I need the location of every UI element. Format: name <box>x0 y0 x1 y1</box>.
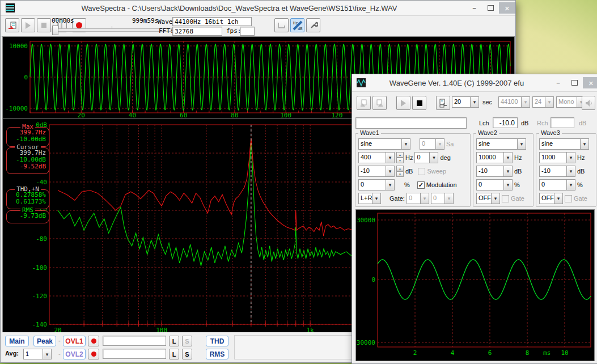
rms-toggle-button[interactable]: RMS <box>206 349 228 359</box>
ovl1-name-field[interactable] <box>103 336 166 346</box>
wave3-level-select[interactable]: -10 <box>539 166 575 177</box>
play-button[interactable] <box>396 96 410 110</box>
peak-toggle-button[interactable]: Peak <box>33 336 56 346</box>
db-text: dB <box>298 27 302 31</box>
wave3-output-select[interactable]: OFF <box>539 193 563 204</box>
comment-field[interactable] <box>355 117 467 129</box>
wave2-output-select[interactable]: OFF <box>476 193 500 204</box>
ovl1-toggle-button[interactable]: OVL1 <box>63 336 86 346</box>
wavespectra-titlebar[interactable]: WaveSpectra - C:\Users\Jack\Downloads\Do… <box>1 1 515 16</box>
wave1-sweep-checkbox[interactable] <box>418 168 425 175</box>
wave1-output-select[interactable]: L+R <box>358 193 381 204</box>
close-button[interactable] <box>499 2 515 14</box>
ovl1-save-button[interactable]: S <box>182 336 192 346</box>
channels-value: Mono <box>556 96 577 108</box>
wave1-frequency-stepper[interactable] <box>396 152 404 163</box>
wave3-group-title: Wave3 <box>539 129 562 136</box>
wavegene-monitor-panel: 300000-300002468ms10 <box>355 209 595 361</box>
wave3-duty-select[interactable]: 0 <box>539 179 575 191</box>
open-settings-button[interactable] <box>357 96 371 110</box>
close-button[interactable] <box>583 77 597 88</box>
save-settings-button[interactable] <box>372 96 387 110</box>
open-file-button[interactable] <box>5 18 19 32</box>
svg-text:0: 0 <box>371 276 375 283</box>
ovl1-record-button[interactable] <box>88 336 99 346</box>
wave3-frequency-select[interactable]: 1000 <box>539 152 575 163</box>
sound-device-button[interactable] <box>582 96 595 110</box>
wave3-shape-select[interactable]: sine <box>539 138 589 150</box>
wave1-level-stepper[interactable] <box>396 166 404 177</box>
minimize-button[interactable] <box>550 77 566 88</box>
ovl2-record-icon <box>91 352 96 357</box>
wave3-hz-label: Hz <box>577 154 585 161</box>
wave1-db-label: dB <box>405 168 413 175</box>
wave2-hz-label: Hz <box>514 154 522 161</box>
svg-text:10: 10 <box>561 349 568 357</box>
wave1-duty-select[interactable]: 0 <box>358 179 395 191</box>
wave1-phase-select[interactable]: 0 <box>414 152 438 163</box>
samplerate-select[interactable]: 44100 <box>498 96 530 108</box>
wave1-harmonic-select[interactable]: 0 <box>420 138 444 150</box>
wave1-gate2-select[interactable]: 0 <box>431 193 454 204</box>
wave2-duty-select[interactable]: 0 <box>476 179 513 191</box>
dash-2: - <box>58 350 61 357</box>
open-file-icon <box>359 99 369 108</box>
wave2-gate-checkbox[interactable] <box>502 195 509 202</box>
file-export-icon <box>438 99 448 108</box>
svg-text:0: 0 <box>24 74 28 81</box>
svg-text:-100: -100 <box>32 264 48 272</box>
bit-depth-select[interactable]: 24 <box>532 96 554 108</box>
main-toggle-button[interactable]: Main <box>5 336 29 346</box>
hz-db-ruler-icon: Hz dB <box>292 20 303 31</box>
thd-toggle-button[interactable]: THD <box>206 336 228 346</box>
write-wav-button[interactable] <box>436 96 450 110</box>
window-title: WaveGene Ver. 1.40E (C) 1999-2007 efu <box>366 79 548 87</box>
monitor-output-button[interactable] <box>274 18 289 32</box>
wave1-gate-label: Gate: <box>389 195 405 202</box>
position-slider[interactable] <box>52 28 172 32</box>
wave2-level-select[interactable]: -10 <box>476 166 513 177</box>
wavegene-monitor-chart: 300000-300002468ms10 <box>356 210 594 361</box>
fps-field <box>240 27 255 36</box>
ovl1-load-button[interactable]: L <box>169 336 179 346</box>
wave3-gate-checkbox[interactable] <box>565 195 572 202</box>
minimize-button[interactable] <box>466 2 482 14</box>
duration-select[interactable]: 20 <box>452 96 479 108</box>
wavespectra-toolbar: 00m00s 999m59s Wave: 44100Hz 16bit 1ch F… <box>1 16 515 37</box>
play-button[interactable] <box>21 18 35 32</box>
wave2-frequency-select[interactable]: 10000 <box>476 152 513 163</box>
ovl2-save-button[interactable]: S <box>182 349 192 359</box>
cursor-readout: Cursor 399.7Hz -10.00dB -9.52dB <box>6 147 49 174</box>
avg-select[interactable]: 1 <box>23 349 52 359</box>
hz-db-scale-button[interactable]: Hz dB <box>290 18 304 32</box>
wave1-group: Wave1 sine 0 Sa 400 Hz 0 deg -10 dB Swee… <box>355 133 471 207</box>
maximize-button[interactable] <box>482 2 499 14</box>
ovl2-toggle-button[interactable]: OVL2 <box>63 349 86 359</box>
ovl2-name-field[interactable] <box>103 349 166 359</box>
stop-button[interactable] <box>37 18 51 32</box>
hz-text: Hz <box>293 21 298 26</box>
save-file-icon <box>375 99 384 108</box>
ovl2-load-button[interactable]: L <box>169 349 179 359</box>
wavegene-titlebar[interactable]: WaveGene Ver. 1.40E (C) 1999-2007 efu <box>352 74 597 92</box>
wave1-shape-select[interactable]: sine <box>358 138 410 150</box>
svg-text:-10000: -10000 <box>5 105 28 112</box>
wave1-level-select[interactable]: -10 <box>358 166 395 177</box>
thd-value-2: 0.61373% <box>8 198 46 205</box>
rch-level-field[interactable] <box>551 117 574 128</box>
wave1-modulation-label: Modulation <box>426 181 457 188</box>
wave1-group-title: Wave1 <box>358 129 381 136</box>
chevron-down-icon <box>470 96 479 108</box>
lch-level-field[interactable]: -10.0 <box>493 117 518 128</box>
wave1-frequency-select[interactable]: 400 <box>358 152 395 163</box>
wave2-shape-select[interactable]: sine <box>476 138 526 150</box>
stop-icon <box>41 23 46 28</box>
stop-button[interactable] <box>412 96 426 110</box>
slider-thumb[interactable] <box>52 26 58 35</box>
wave1-gate1-select[interactable]: 0 <box>407 193 429 204</box>
ovl2-record-button[interactable] <box>88 349 99 359</box>
dash-1: - <box>58 337 61 344</box>
settings-button[interactable] <box>306 18 320 32</box>
wave1-modulation-checkbox[interactable] <box>417 181 425 189</box>
maximize-button[interactable] <box>566 77 583 88</box>
